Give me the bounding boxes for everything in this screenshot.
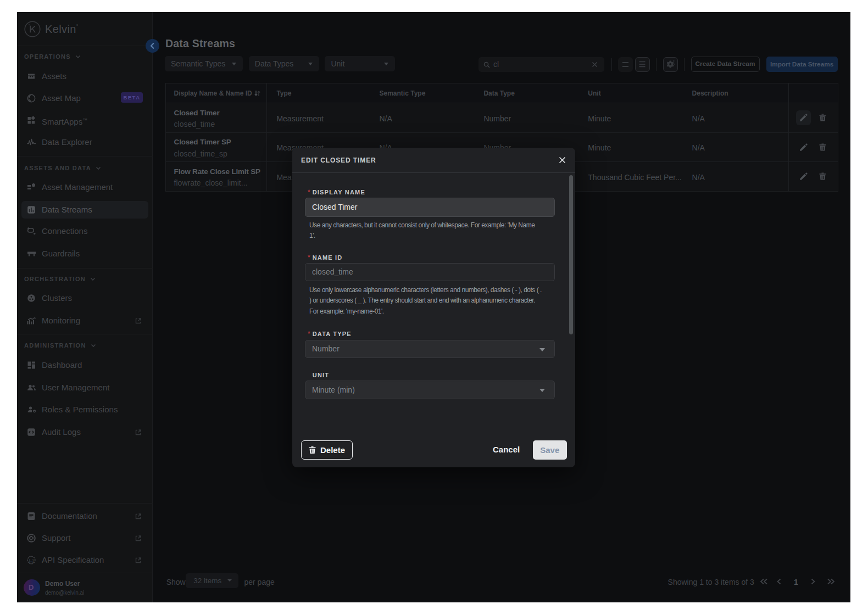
svg-text:{..}: {..}: [29, 558, 34, 563]
